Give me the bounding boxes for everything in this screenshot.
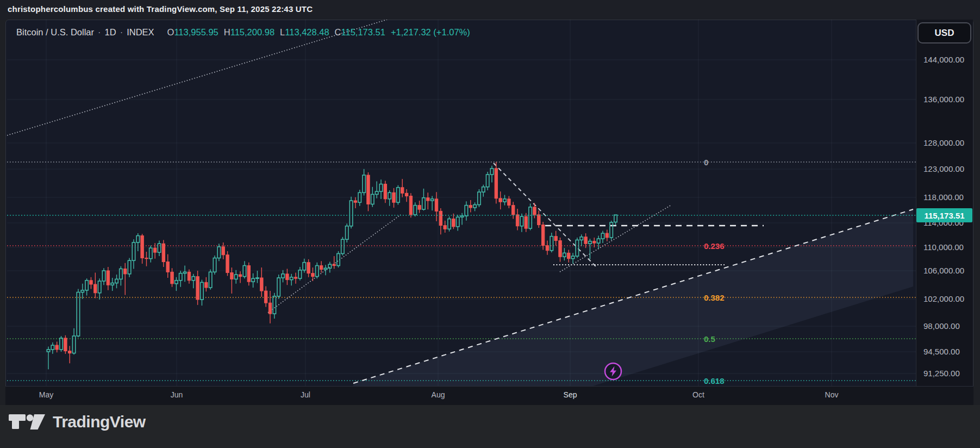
high-value: 115,200.98: [230, 27, 274, 37]
fib-label-0.382: 0.382: [704, 293, 725, 302]
price-tick-label: 94,500.00: [923, 347, 960, 356]
price-tick-label: 110,000.00: [923, 242, 964, 252]
open-label: O: [167, 27, 174, 37]
close-label: C: [335, 27, 341, 37]
price-tick-label: 106,000.00: [923, 266, 964, 275]
open-value: 113,955.95: [174, 27, 218, 37]
chart-canvas[interactable]: 00.2360.3820.50.618: [0, 0, 980, 448]
month-label-nov: Nov: [825, 390, 839, 399]
month-label-aug: Aug: [432, 390, 445, 399]
current-price-label: 115,173.51: [916, 208, 972, 222]
low-value: 113,428.48: [285, 27, 329, 37]
month-label-sep: Sep: [564, 390, 577, 399]
price-tick-label: 91,250.00: [923, 369, 960, 378]
change-value: +1,217.32 (+1.07%): [391, 27, 470, 37]
price-tick-label: 123,000.00: [923, 164, 964, 173]
separator-dot: ·: [120, 27, 123, 37]
symbol-name[interactable]: Bitcoin / U.S. Dollar: [16, 27, 94, 37]
price-tick-label: 118,000.00: [923, 192, 964, 202]
month-label-oct: Oct: [692, 390, 704, 399]
month-label-jun: Jun: [171, 390, 183, 399]
currency-toggle-button[interactable]: USD: [917, 22, 971, 43]
price-tick-label: 128,000.00: [923, 138, 964, 147]
exchange-label[interactable]: INDEX: [127, 27, 154, 37]
month-label-jul: Jul: [301, 390, 310, 399]
flash-icon[interactable]: [605, 363, 621, 379]
price-tick-label: 144,000.00: [923, 55, 964, 64]
fib-label-0: 0: [704, 158, 708, 167]
gridlines: [7, 20, 916, 386]
fib-label-0.618: 0.618: [704, 376, 725, 385]
high-label: H: [224, 27, 230, 37]
price-tick-label: 136,000.00: [923, 95, 964, 104]
price-tick-label: 102,000.00: [923, 294, 964, 303]
chart-legend: Bitcoin / U.S. Dollar·1D·INDEXO113,955.9…: [16, 27, 470, 38]
interval-label[interactable]: 1D: [105, 27, 116, 37]
channel-fill: [353, 209, 913, 448]
month-label-may: May: [39, 390, 53, 399]
low-label: L: [280, 27, 285, 37]
tradingview-chart-screenshot: christophercolumbus created with Trading…: [0, 0, 980, 448]
time-axis[interactable]: MayJunJulAugSepOctNov: [5, 386, 973, 405]
separator-dot: ·: [98, 27, 101, 37]
close-value: 115,173.51: [341, 27, 385, 37]
fib-label-0.236: 0.236: [704, 241, 725, 251]
fib-label-0.5: 0.5: [704, 334, 715, 344]
price-axis[interactable]: 144,000.00136,000.00128,000.00123,000.00…: [916, 20, 973, 386]
price-tick-label: 98,000.00: [923, 321, 960, 331]
